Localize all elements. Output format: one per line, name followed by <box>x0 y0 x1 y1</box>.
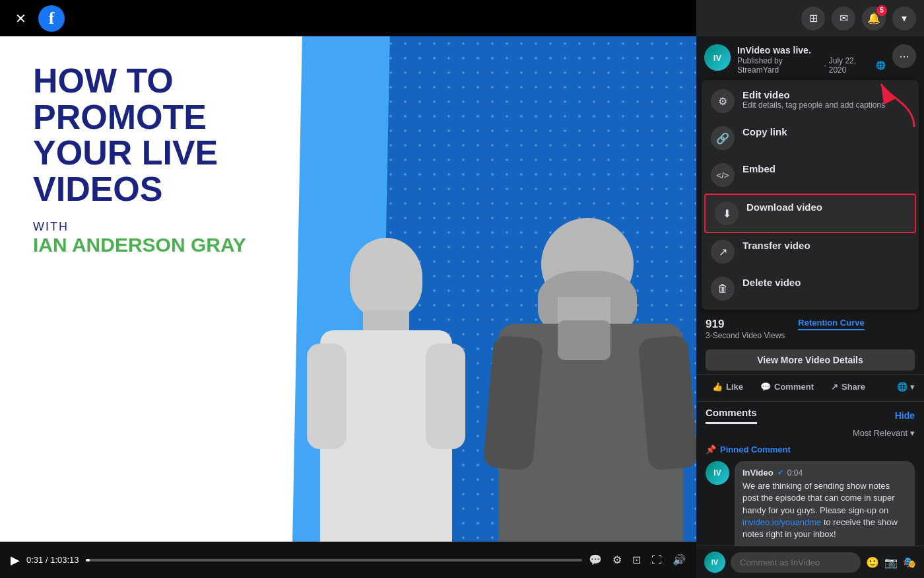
gif-button[interactable]: 🎭 <box>903 556 916 569</box>
sort-options: Most Relevant ▾ <box>696 424 924 442</box>
post-metadata: InVideo was live. Published by StreamYar… <box>737 44 886 75</box>
copy-link-menu-item[interactable]: 🔗 Copy link <box>702 120 919 157</box>
messenger-button[interactable]: ✉ <box>832 7 855 30</box>
comment-avatar: IV <box>706 461 729 485</box>
video-title-overlay: HOW TO PROMOTE YOUR LIVE VIDEOS WITH IAN… <box>33 63 246 256</box>
video-container: HOW TO PROMOTE YOUR LIVE VIDEOS WITH IAN… <box>0 36 696 542</box>
sort-dropdown-button[interactable]: Most Relevant ▾ <box>853 428 915 438</box>
comment-author-line: InVideo ✔ 0:04 <box>742 468 907 478</box>
delete-video-menu-item[interactable]: 🗑 Delete video <box>702 270 919 307</box>
hide-comments-button[interactable]: Hide <box>895 410 915 421</box>
progress-fill <box>86 559 90 561</box>
post-subtitle: Published by StreamYard · July 22, 2020 … <box>737 56 886 75</box>
like-button[interactable]: 👍 Like <box>706 378 750 396</box>
close-button[interactable]: ✕ <box>11 9 30 28</box>
copy-link-text: Copy link <box>742 126 787 137</box>
sort-chevron-icon: ▾ <box>910 428 915 438</box>
comments-tab[interactable]: Comments <box>706 407 757 424</box>
pinned-comment-header: 📌 Pinned Comment <box>703 442 917 457</box>
embed-menu-item[interactable]: </> Embed <box>702 157 919 194</box>
like-icon: 👍 <box>712 382 723 392</box>
photo-button[interactable]: 📷 <box>884 556 898 569</box>
share-button[interactable]: ↗ Share <box>824 378 872 396</box>
delete-video-icon: 🗑 <box>711 277 735 301</box>
sort-label: Most Relevant <box>853 428 908 438</box>
dropdown-arrow: ▾ <box>910 382 915 392</box>
transfer-video-menu-item[interactable]: ↗ Transfer video <box>702 233 919 270</box>
grid-menu-button[interactable]: ⊞ <box>801 7 825 30</box>
control-icons: 💬 ⚙ ⊡ ⛶ 🔊 <box>589 554 686 566</box>
download-video-label: Download video <box>746 201 822 213</box>
embed-text: Embed <box>742 163 776 174</box>
post-header: IV InVideo was live. Published by Stream… <box>696 36 924 80</box>
title-line1: HOW TO <box>33 63 246 99</box>
facebook-logo: f <box>38 5 65 32</box>
comment-item: IV InVideo ✔ 0:04 We are thinking of sen… <box>703 457 917 546</box>
retention-stat[interactable]: Retention Curve <box>798 318 864 340</box>
volume-button[interactable]: 🔊 <box>673 554 686 566</box>
edit-video-desc: Edit details, tag people and add caption… <box>742 100 885 110</box>
download-video-icon: ⬇ <box>715 201 739 225</box>
globe-icon: 🌐 <box>876 61 886 70</box>
post-date: July 22, 2020 <box>829 56 873 75</box>
transfer-video-icon: ↗ <box>711 240 735 264</box>
comment-input-icons: 🙂 📷 🎭 <box>866 556 916 569</box>
stats-section: 919 3-Second Video Views Retention Curve <box>696 310 924 345</box>
pin-icon: 📌 <box>706 445 716 454</box>
miniplayer-button[interactable]: ⊡ <box>632 554 641 566</box>
edit-video-text: Edit video Edit details, tag people and … <box>742 89 885 110</box>
comments-tabs: Comments Hide <box>696 402 924 424</box>
comments-area: 📌 Pinned Comment IV InVideo ✔ 0:04 We ar… <box>696 442 924 546</box>
comment-input[interactable] <box>731 552 861 573</box>
view-more-video-details-button[interactable]: View More Video Details <box>706 349 915 371</box>
like-label: Like <box>726 382 743 392</box>
avatar-image: IV <box>704 44 731 71</box>
current-user-avatar: IV <box>704 552 725 573</box>
fullscreen-button[interactable]: ⛶ <box>651 554 662 566</box>
with-label: WITH <box>33 220 246 234</box>
emoji-button[interactable]: 🙂 <box>866 556 879 569</box>
title-line3: YOUR LIVE <box>33 135 246 171</box>
time-display: 0:31 / 1:03:13 <box>26 555 79 565</box>
author-name[interactable]: InVideo <box>737 45 770 55</box>
video-panel: ✕ f HOW TO PROMOTE YOUR LIVE VIDEOS WITH… <box>0 0 696 578</box>
video-controls: ▶ 0:31 / 1:03:13 💬 ⚙ ⊡ ⛶ 🔊 <box>0 542 696 578</box>
post-author-line: InVideo was live. <box>737 44 886 56</box>
comment-button[interactable]: 💬 Comment <box>754 378 820 396</box>
comment-link[interactable]: invideo.io/youandme <box>742 517 821 527</box>
delete-video-text: Delete video <box>742 277 801 288</box>
verified-icon: ✔ <box>777 468 783 477</box>
people-image <box>261 198 696 542</box>
views-label: 3-Second Video Views <box>706 331 785 340</box>
transfer-video-text: Transfer video <box>742 240 810 251</box>
was-live-text: was live. <box>773 45 811 55</box>
account-dropdown-button[interactable]: ▾ <box>892 7 916 30</box>
comment-author-name[interactable]: InVideo <box>742 468 774 478</box>
edit-video-menu-item[interactable]: ⚙ Edit video Edit details, tag people an… <box>702 83 919 120</box>
edit-video-label: Edit video <box>742 89 885 100</box>
captions-button[interactable]: 💬 <box>589 554 602 566</box>
download-video-menu-item[interactable]: ⬇ Download video <box>704 194 916 233</box>
action-bar: 👍 Like 💬 Comment ↗ Share 🌐 ▾ <box>696 375 924 402</box>
comment-label: Comment <box>774 382 814 392</box>
share-label: Share <box>842 382 865 392</box>
title-line2: PROMOTE <box>33 99 246 135</box>
sidebar-content: IV InVideo was live. Published by Stream… <box>696 36 924 578</box>
edit-video-icon: ⚙ <box>711 89 735 113</box>
settings-button[interactable]: ⚙ <box>612 554 622 566</box>
more-options-button[interactable]: ··· <box>892 44 916 68</box>
comment-bubble: InVideo ✔ 0:04 We are thinking of sendin… <box>735 461 915 546</box>
sidebar-top-bar: ⊞ ✉ 🔔 5 ▾ <box>696 0 924 36</box>
video-thumbnail: HOW TO PROMOTE YOUR LIVE VIDEOS WITH IAN… <box>0 36 696 542</box>
embed-icon: </> <box>711 163 735 187</box>
retention-curve-label: Retention Curve <box>798 318 864 330</box>
copy-link-label: Copy link <box>742 126 787 137</box>
comment-input-bar: IV 🙂 📷 🎭 <box>696 546 924 578</box>
dropdown-menu: ⚙ Edit video Edit details, tag people an… <box>702 80 919 310</box>
progress-bar[interactable] <box>86 559 582 561</box>
play-button[interactable]: ▶ <box>11 553 20 567</box>
audience-selector[interactable]: 🌐 ▾ <box>897 382 915 392</box>
comment-timestamp: 0:04 <box>787 468 803 478</box>
notifications-button[interactable]: 🔔 5 <box>862 7 886 30</box>
delete-video-label: Delete video <box>742 277 801 288</box>
